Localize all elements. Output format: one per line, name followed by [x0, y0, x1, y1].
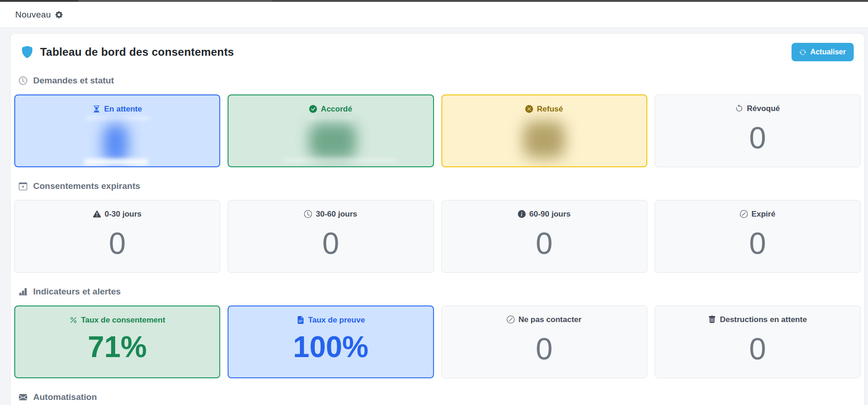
gear-icon[interactable] — [55, 11, 63, 18]
redacted-blur — [84, 159, 148, 165]
stat-label: En attente — [93, 105, 142, 113]
stat-card-refuse: Refusé — [441, 94, 647, 167]
stat-label-text: 60-90 jours — [529, 210, 571, 218]
stat-value: 100% — [293, 332, 369, 362]
stat-card-taux-de-preuve: Taux de preuve 100% — [228, 305, 434, 378]
window-top-strip — [0, 0, 868, 2]
stat-label-text: Expiré — [751, 210, 775, 218]
hourglass-icon — [93, 105, 100, 113]
redacted-value-blur — [309, 123, 356, 159]
section-title: Demandes et statut — [33, 76, 114, 86]
stat-label: 0-30 jours — [93, 210, 141, 218]
nav-brand[interactable]: Nouveau — [15, 10, 51, 20]
indicator-cards-row: Taux de consentement 71% Taux de preuve … — [14, 305, 861, 378]
stat-card-0-30-jours: 0-30 jours 0 — [14, 200, 220, 273]
stat-value: 0 — [749, 123, 766, 153]
window-strip-segment — [78, 0, 272, 2]
warning-triangle-icon — [93, 210, 101, 218]
window-strip-segment — [0, 0, 78, 2]
stat-label-text: En attente — [104, 105, 142, 113]
stat-label: Destructions en attente — [708, 316, 807, 323]
stat-card-ne-pas-contacter: Ne pas contacter 0 — [441, 305, 647, 378]
check-circle-icon — [309, 105, 317, 113]
stat-value: 0 — [536, 334, 553, 364]
stat-card-en-attente: En attente — [14, 94, 220, 167]
trash-icon — [708, 316, 716, 323]
stat-card-destructions-en-attente: Destructions en attente 0 — [655, 305, 861, 378]
redacted-blur — [309, 117, 353, 120]
refresh-button[interactable]: Actualiser — [792, 43, 854, 61]
stat-value: 0 — [749, 228, 766, 258]
stat-label-text: Taux de consentement — [81, 316, 165, 324]
page-title: Tableau de bord des consentements — [40, 46, 234, 59]
stat-value: 0 — [536, 228, 553, 258]
shield-icon — [21, 46, 33, 58]
consent-dashboard-card: Tableau de bord des consentements Actual… — [10, 33, 865, 405]
percent-icon — [70, 316, 77, 324]
status-cards-row: En attente Accordé — [14, 94, 861, 167]
stat-card-accorde: Accordé — [228, 94, 434, 167]
stat-label: Refusé — [525, 105, 563, 113]
redacted-value-blur — [523, 121, 565, 158]
stat-label-text: 0-30 jours — [105, 210, 141, 218]
stat-label: Taux de consentement — [70, 316, 165, 324]
title-group: Tableau de bord des consentements — [21, 46, 234, 59]
stat-label-text: 30-60 jours — [316, 210, 357, 218]
expiring-cards-row: 0-30 jours 0 30-60 jours 0 60- — [14, 200, 861, 273]
section-title: Indicateurs et alertes — [33, 287, 121, 297]
stat-label-text: Ne pas contacter — [518, 316, 581, 323]
stat-label-text: Révoqué — [747, 105, 780, 112]
dashboard-header: Tableau de bord des consentements Actual… — [21, 43, 854, 61]
stat-label-text: Accordé — [321, 105, 352, 113]
clock-icon — [304, 210, 312, 218]
redacted-blur — [284, 158, 396, 163]
clock-icon — [19, 76, 27, 85]
section-header-consentements-expirants: Consentements expirants — [19, 181, 856, 191]
window-strip-segment — [272, 0, 868, 2]
refresh-icon — [799, 49, 806, 56]
stat-label: 30-60 jours — [304, 210, 357, 218]
stat-value: 71% — [88, 332, 147, 362]
redacted-value-blur — [103, 124, 128, 164]
stat-label: Accordé — [309, 105, 352, 113]
section-header-indicateurs-et-alertes: Indicateurs et alertes — [19, 287, 856, 297]
stat-card-60-90-jours: 60-90 jours 0 — [441, 200, 647, 273]
file-text-icon — [297, 316, 305, 324]
stat-label: Ne pas contacter — [507, 316, 581, 323]
stat-card-expire: Expiré 0 — [655, 200, 861, 273]
stat-value: 0 — [109, 228, 126, 258]
stat-label: Expiré — [740, 210, 775, 218]
page-body: Tableau de bord des consentements Actual… — [0, 28, 868, 405]
stat-value: 0 — [323, 228, 340, 258]
stat-card-revoque: Révoqué 0 — [655, 94, 861, 167]
stat-label-text: Taux de preuve — [308, 316, 365, 324]
stat-label: 60-90 jours — [518, 210, 571, 218]
top-navbar: Nouveau — [0, 2, 868, 28]
x-circle-icon — [525, 105, 533, 113]
section-title: Automatisation — [33, 392, 97, 402]
stat-card-30-60-jours: 30-60 jours 0 — [228, 200, 434, 273]
slash-circle-icon — [507, 316, 515, 323]
stat-label-text: Refusé — [537, 105, 563, 113]
envelope-icon — [19, 393, 27, 401]
refresh-button-label: Actualiser — [810, 48, 846, 56]
slash-circle-icon — [740, 210, 748, 218]
redacted-blur — [85, 117, 150, 120]
stat-card-taux-de-consentement: Taux de consentement 71% — [14, 305, 220, 378]
undo-icon — [735, 105, 743, 112]
stat-label: Révoqué — [735, 105, 780, 112]
stat-label-text: Destructions en attente — [720, 316, 807, 323]
stat-value: 0 — [749, 334, 766, 364]
stat-label: Taux de preuve — [297, 316, 365, 324]
info-circle-icon — [518, 210, 526, 218]
bar-chart-icon — [19, 288, 27, 296]
section-header-demandes-et-statut: Demandes et statut — [19, 76, 856, 86]
section-header-automatisation: Automatisation — [19, 392, 856, 402]
section-title: Consentements expirants — [33, 181, 140, 191]
calendar-x-icon — [19, 182, 27, 190]
